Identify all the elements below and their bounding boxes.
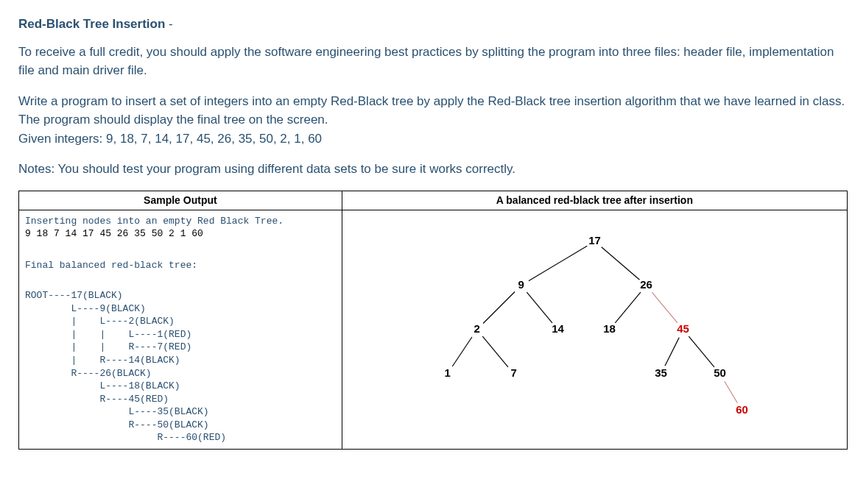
tree-edge [601, 246, 639, 279]
tree-edge [665, 337, 679, 366]
tree-edge [483, 291, 515, 323]
tree-text-block: ROOT----17(BLACK) L----9(BLACK) | L----2… [25, 289, 226, 444]
tree-edge [527, 292, 552, 323]
tree-edge [652, 292, 677, 323]
paragraph-notes: Notes: You should test your program usin… [18, 160, 848, 179]
title-text: Red-Black Tree Insertion [18, 17, 165, 31]
tree-edge [482, 336, 508, 367]
data-line: 9 18 7 14 17 45 26 35 50 2 1 60 [25, 228, 203, 239]
inserting-line: Inserting nodes into an empty Red Black … [25, 216, 284, 227]
assignment-title: Red-Black Tree Insertion - [18, 15, 848, 34]
paragraph-instructions: Write a program to insert a set of integ… [18, 92, 848, 149]
tree-node-9: 9 [518, 277, 524, 290]
tree-edge [725, 381, 738, 402]
tree-node-50: 50 [714, 366, 726, 378]
tree-node-18: 18 [603, 322, 616, 334]
tree-node-7: 7 [510, 366, 516, 378]
title-suffix: - [165, 17, 172, 31]
output-table: Sample Output A balanced red-black tree … [18, 191, 848, 450]
tree-node-35: 35 [655, 366, 667, 378]
header-tree-diagram: A balanced red-black tree after insertio… [342, 191, 847, 210]
tree-edge [529, 246, 587, 281]
given-integers: Given integers: 9, 18, 7, 14, 17, 45, 26… [18, 132, 322, 146]
tree-node-1: 1 [444, 366, 450, 378]
header-sample-output: Sample Output [19, 191, 342, 210]
tree-diagram-svg: 17926214184517355060 [347, 212, 842, 433]
sample-output-block: Inserting nodes into an empty Red Black … [24, 212, 337, 447]
tree-diagram-cell: 17926214184517355060 [342, 210, 847, 449]
tree-edge [689, 336, 714, 367]
instructions-text: Write a program to insert a set of integ… [18, 94, 845, 127]
tree-node-45: 45 [677, 322, 689, 334]
tree-node-26: 26 [640, 277, 652, 290]
tree-node-60: 60 [736, 402, 748, 415]
sample-output-cell: Inserting nodes into an empty Red Black … [19, 210, 342, 449]
paragraph-credit: To receive a full credit, you should app… [18, 43, 848, 80]
tree-node-17: 17 [588, 233, 601, 246]
tree-node-14: 14 [552, 322, 564, 334]
final-line: Final balanced red-black tree: [25, 259, 197, 272]
tree-edge [452, 336, 472, 366]
tree-node-2: 2 [474, 322, 479, 334]
tree-edge [615, 292, 641, 323]
